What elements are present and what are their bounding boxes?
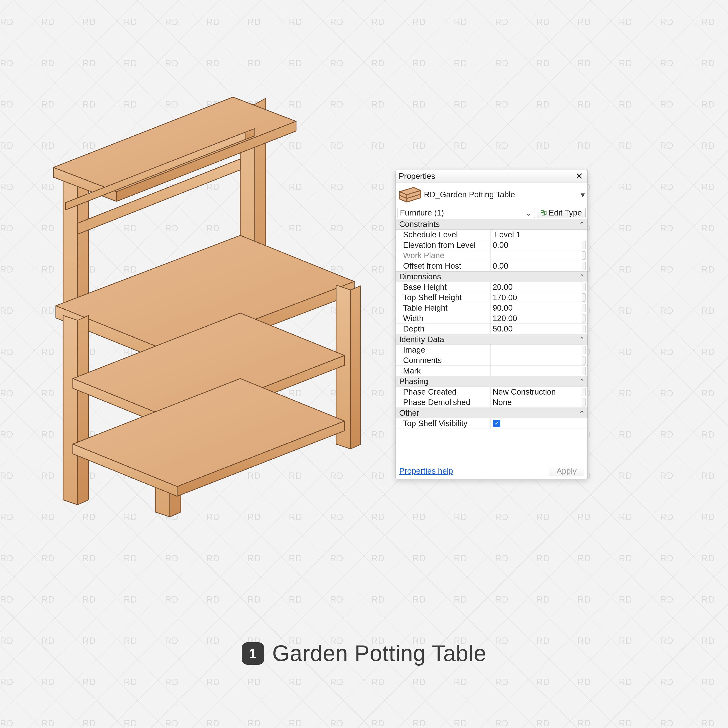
value-edit-buttons[interactable]: [582, 283, 586, 291]
property-value[interactable]: None: [492, 398, 512, 407]
property-value[interactable]: 20.00: [492, 283, 513, 292]
value-edit-buttons[interactable]: [582, 262, 586, 270]
value-edit-buttons[interactable]: [582, 294, 586, 301]
group-header[interactable]: Phasing⌃: [396, 376, 587, 387]
group-name: Phasing: [399, 377, 428, 386]
property-label: Table Height: [396, 303, 491, 313]
collapse-icon[interactable]: ⌃: [580, 220, 584, 229]
properties-help-link[interactable]: Properties help: [399, 466, 453, 476]
property-label: Mark: [396, 366, 491, 376]
svg-rect-30: [541, 210, 543, 213]
properties-titlebar[interactable]: Properties ✕: [396, 170, 587, 182]
svg-marker-13: [78, 315, 89, 505]
property-label: Depth: [396, 324, 491, 334]
property-value[interactable]: 50.00: [492, 324, 513, 333]
property-row: Top Shelf Visibility✓: [396, 418, 587, 429]
property-label: Phase Created: [396, 387, 491, 397]
group-header[interactable]: Identity Data⌃: [396, 334, 587, 345]
property-value[interactable]: 0.00: [492, 262, 508, 271]
property-row: Top Shelf Height170.00: [396, 292, 587, 303]
value-edit-buttons[interactable]: [582, 367, 586, 375]
property-label: Elevation from Level: [396, 240, 491, 250]
property-row: Elevation from Level0.00: [396, 240, 587, 251]
group-name: Dimensions: [399, 272, 441, 281]
edit-type-icon: [540, 210, 547, 216]
property-label: Schedule Level: [396, 229, 491, 240]
properties-panel: Properties ✕ RD_Garden Potting Table ▾ F…: [396, 170, 588, 479]
property-row: Schedule LevelLevel 1: [396, 229, 587, 240]
property-row: Phase DemolishedNone: [396, 397, 587, 408]
property-label: Top Shelf Visibility: [396, 418, 491, 428]
apply-button[interactable]: Apply: [549, 466, 584, 476]
property-label: Comments: [396, 355, 491, 366]
property-label: Image: [396, 345, 491, 355]
type-name: RD_Garden Potting Table: [424, 190, 578, 199]
svg-marker-12: [63, 315, 78, 505]
group-name: Other: [399, 408, 419, 418]
property-row: Table Height90.00: [396, 303, 587, 313]
group-name: Identity Data: [399, 335, 444, 344]
property-value[interactable]: 90.00: [492, 303, 513, 312]
value-edit-buttons[interactable]: [582, 388, 586, 396]
property-row: Image: [396, 345, 587, 355]
instance-selector[interactable]: Furniture (1) ⌄: [397, 208, 535, 218]
property-row: Width120.00: [396, 313, 587, 324]
group-header[interactable]: Constraints⌃: [396, 219, 587, 229]
edit-type-button[interactable]: Edit Type: [537, 208, 586, 218]
furniture-3d-preview: [49, 87, 364, 519]
chevron-down-icon: ⌄: [525, 208, 532, 218]
property-value[interactable]: New Construction: [492, 387, 556, 396]
properties-title: Properties: [399, 171, 435, 181]
property-row: Phase CreatedNew Construction: [396, 387, 587, 397]
value-edit-buttons[interactable]: [582, 241, 586, 249]
property-label: Offset from Host: [396, 261, 491, 271]
checkbox[interactable]: ✓: [493, 420, 500, 427]
svg-rect-31: [542, 213, 544, 215]
value-edit-buttons[interactable]: [582, 251, 586, 260]
property-value-input[interactable]: Level 1: [492, 230, 585, 239]
chevron-down-icon[interactable]: ▾: [578, 190, 587, 199]
slide-caption: 1 Garden Potting Table: [0, 641, 728, 666]
group-header[interactable]: Dimensions⌃: [396, 271, 587, 282]
property-value[interactable]: 0.00: [492, 240, 508, 250]
group-name: Constraints: [399, 220, 440, 229]
group-header[interactable]: Other⌃: [396, 408, 587, 418]
property-row: Work Plane: [396, 251, 587, 261]
property-row: Base Height20.00: [396, 282, 587, 292]
property-label: Phase Demolished: [396, 397, 491, 407]
property-row: Depth50.00: [396, 324, 587, 334]
property-row: Mark: [396, 366, 587, 376]
value-edit-buttons[interactable]: [582, 346, 586, 354]
property-row: Offset from Host0.00: [396, 261, 587, 271]
value-edit-buttons[interactable]: [582, 304, 586, 312]
collapse-icon[interactable]: ⌃: [580, 409, 584, 418]
property-label: Width: [396, 313, 491, 323]
property-row: Comments: [396, 355, 587, 366]
slide-caption-text: Garden Potting Table: [272, 641, 486, 666]
property-label: Top Shelf Height: [396, 292, 491, 303]
svg-marker-17: [351, 286, 360, 449]
value-edit-buttons[interactable]: [582, 356, 586, 364]
svg-rect-32: [544, 211, 546, 214]
edit-type-label: Edit Type: [549, 208, 582, 217]
property-label: Work Plane: [396, 251, 491, 261]
slide-index-badge: 1: [242, 642, 264, 665]
collapse-icon[interactable]: ⌃: [580, 377, 584, 386]
instance-selector-text: Furniture (1): [400, 208, 444, 217]
value-edit-buttons[interactable]: [582, 314, 586, 323]
collapse-icon[interactable]: ⌃: [580, 335, 584, 344]
close-icon[interactable]: ✕: [574, 171, 584, 181]
property-value[interactable]: 170.00: [492, 293, 517, 302]
property-label: Base Height: [396, 282, 491, 292]
property-value[interactable]: 120.00: [492, 314, 517, 323]
type-selector-row[interactable]: RD_Garden Potting Table ▾: [396, 182, 587, 207]
value-edit-buttons[interactable]: [582, 398, 586, 407]
type-thumbnail-icon: [398, 185, 422, 204]
value-edit-buttons[interactable]: [582, 325, 586, 333]
collapse-icon[interactable]: ⌃: [580, 272, 584, 281]
